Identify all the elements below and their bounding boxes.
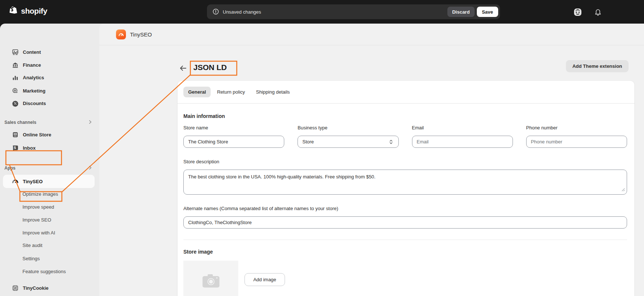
sidebar-item-finance[interactable]: Finance: [0, 59, 99, 70]
sidebar-item-label: Analytics: [23, 75, 44, 80]
add-theme-extension-button[interactable]: Add Theme extension: [566, 60, 629, 72]
app-header: TinySEO: [99, 24, 644, 45]
sidebar-subitem-improve-with-ai[interactable]: Improve with AI: [0, 227, 99, 238]
app-title: TinySEO: [130, 31, 152, 38]
sidebar-item-label: Online Store: [23, 132, 51, 137]
sidebar-item-discounts[interactable]: Discounts: [0, 98, 99, 109]
subitem-label: Optimize images: [22, 191, 58, 197]
unsaved-changes-bar: Unsaved changes Discard Save: [207, 4, 500, 19]
sidebar-item-label: Content: [23, 49, 41, 55]
settings-card: General Return policy Shipping details M…: [177, 81, 634, 296]
sidebar-item-label: TinyCookie: [23, 285, 49, 291]
subitem-label: Settings: [22, 256, 40, 261]
sidebar-item-inbox[interactable]: S Inbox: [0, 142, 99, 153]
resize-handle-icon[interactable]: [621, 187, 625, 193]
tab-general[interactable]: General: [183, 87, 211, 97]
store-description-value: The best clothing store in the USA. 100%…: [188, 174, 376, 180]
shopify-bag-icon: [10, 6, 18, 16]
bell-icon[interactable]: [593, 7, 603, 17]
camera-icon: [202, 273, 220, 288]
sales-channels-label: Sales channels: [4, 120, 36, 125]
subitem-label: Improve with AI: [22, 230, 55, 236]
business-type-field-group: Business type Store: [298, 125, 398, 148]
page-title: JSON LD: [193, 63, 227, 72]
section-divider: [183, 240, 627, 240]
sidebar-subitem-improve-seo[interactable]: Improve SEO: [0, 214, 99, 225]
sidekick-face-icon[interactable]: [573, 7, 583, 17]
email-label: Email: [412, 125, 513, 130]
save-button[interactable]: Save: [477, 7, 498, 17]
store-description-textarea[interactable]: The best clothing store in the USA. 100%…: [183, 170, 627, 195]
sidebar-item-tinycookie[interactable]: TinyCookie: [0, 282, 99, 293]
sidebar-item-content[interactable]: Content: [0, 46, 99, 58]
business-type-value: Store: [302, 139, 314, 144]
store-image-row: Add image: [183, 261, 627, 296]
store-description-label: Store description: [183, 159, 627, 164]
page-region: Content Finance: [0, 24, 644, 296]
apps-label: Apps: [4, 166, 15, 171]
tab-bar: General Return policy Shipping details: [177, 81, 634, 104]
store-name-label: Store name: [183, 125, 284, 130]
analytics-icon: [12, 74, 19, 81]
email-field-group: Email: [412, 125, 513, 148]
marketing-icon: [12, 87, 19, 94]
store-image-heading: Store image: [183, 249, 627, 255]
tinyseo-app-icon: [116, 29, 126, 39]
discard-button[interactable]: Discard: [447, 7, 475, 17]
unsaved-changes-text: Unsaved changes: [223, 9, 447, 15]
phone-number-input[interactable]: [526, 136, 627, 148]
sidebar-item-analytics[interactable]: Analytics: [0, 72, 99, 83]
alert-circle-icon: [212, 8, 219, 15]
sidebar: Content Finance: [0, 24, 99, 296]
sidebar-item-label: Discounts: [23, 101, 46, 106]
sidebar-item-online-store[interactable]: Online Store: [0, 129, 99, 140]
tab-return-policy[interactable]: Return policy: [212, 87, 250, 97]
select-unfold-icon: [388, 139, 394, 145]
store-image-placeholder: [183, 261, 238, 296]
sidebar-subitem-improve-speed[interactable]: Improve speed: [0, 201, 99, 212]
sidebar-item-label: Marketing: [23, 88, 45, 94]
alternate-names-group: Alternate names (Comma separated list of…: [183, 206, 627, 229]
svg-text:S: S: [14, 146, 16, 150]
sidebar-item-tinyseo[interactable]: TinySEO: [3, 175, 95, 188]
sidebar-item-label: Finance: [23, 62, 41, 68]
main-information-grid: Store name Business type Store: [183, 125, 627, 148]
store-name-input[interactable]: [183, 136, 284, 148]
business-type-select[interactable]: Store: [298, 136, 398, 148]
sidebar-header-apps[interactable]: Apps: [0, 163, 99, 174]
phone-field-group: Phone number: [526, 125, 627, 148]
shopify-wordmark: shopify: [21, 7, 47, 15]
subitem-label: Improve speed: [22, 204, 54, 210]
sidebar-subitem-optimize-images[interactable]: Optimize images: [0, 188, 99, 199]
subitem-label: Improve SEO: [22, 217, 51, 223]
tab-panel-general: Main information Store name Business typ…: [177, 104, 634, 296]
inbox-icon: S: [12, 144, 19, 152]
main-content: TinySEO JSON LD Add Theme extension Gene…: [99, 24, 644, 296]
store-name-field-group: Store name: [183, 125, 284, 148]
online-store-icon: [12, 131, 19, 138]
sidebar-subitem-settings[interactable]: Settings: [0, 253, 99, 264]
sidebar-subitem-feature-suggestions[interactable]: Feature suggestions: [0, 266, 99, 277]
sidebar-item-label: TinySEO: [23, 179, 43, 184]
add-image-button[interactable]: Add image: [244, 273, 285, 286]
shopify-logo[interactable]: shopify: [10, 6, 47, 16]
subitem-label: Feature suggestions: [22, 269, 66, 274]
main-information-heading: Main information: [183, 113, 627, 119]
alternate-names-input[interactable]: [183, 216, 627, 229]
sidebar-item-marketing[interactable]: Marketing: [0, 85, 99, 96]
phone-number-label: Phone number: [526, 125, 627, 130]
business-type-label: Business type: [298, 125, 398, 130]
tab-shipping-details[interactable]: Shipping details: [251, 87, 295, 97]
content-icon: [12, 49, 19, 56]
store-description-group: Store description The best clothing stor…: [183, 159, 627, 195]
email-input[interactable]: [412, 136, 513, 148]
back-arrow-icon[interactable]: [179, 64, 187, 72]
chevron-right-icon: [88, 119, 93, 126]
chevron-right-icon: [88, 165, 93, 171]
sidebar-subitem-site-audit[interactable]: Site audit: [0, 240, 99, 251]
sidebar-header-sales-channels[interactable]: Sales channels: [0, 117, 99, 128]
discounts-icon: [12, 100, 19, 107]
alternate-names-label: Alternate names (Comma separated list of…: [183, 206, 627, 211]
tinyseo-gauge-icon: [12, 178, 19, 185]
tinycookie-icon: [12, 285, 19, 292]
